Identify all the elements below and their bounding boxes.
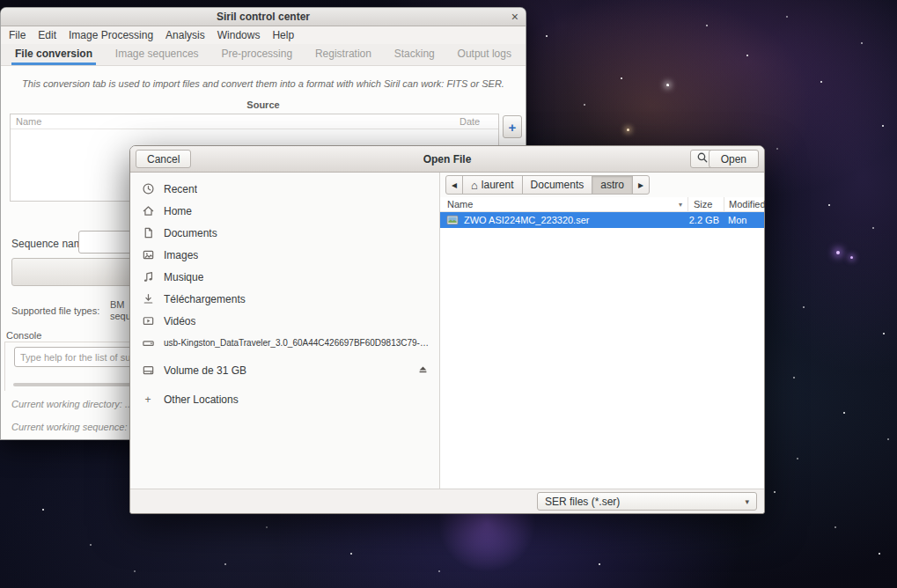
console-label: Console bbox=[6, 330, 41, 341]
image-file-icon bbox=[446, 214, 459, 226]
sidebar-label: Home bbox=[164, 205, 192, 217]
sidebar-label: Téléchargements bbox=[164, 293, 246, 305]
path-forward-button[interactable]: ▸ bbox=[632, 175, 650, 195]
sidebar-label: Vidéos bbox=[164, 315, 195, 327]
eject-button[interactable] bbox=[415, 363, 430, 378]
menubar: File Edit Image Processing Analysis Wind… bbox=[1, 26, 526, 44]
menu-image-processing[interactable]: Image Processing bbox=[62, 26, 159, 44]
column-name-label: Name bbox=[447, 199, 473, 209]
column-name[interactable]: Name ▾ bbox=[440, 197, 687, 211]
column-modified[interactable]: Modified bbox=[724, 197, 764, 211]
file-row-selected[interactable]: ZWO ASI224MC_223320.ser 2.2 GB Mon bbox=[440, 212, 764, 228]
file-filter-combobox[interactable]: SER files (*.ser) ▾ bbox=[537, 492, 757, 511]
menu-help[interactable]: Help bbox=[266, 26, 300, 44]
music-note-icon bbox=[141, 270, 155, 283]
bright-star bbox=[627, 129, 629, 131]
sidebar-item-home[interactable]: Home bbox=[130, 200, 439, 222]
sidebar-item-downloads[interactable]: Téléchargements bbox=[130, 288, 439, 310]
file-name: ZWO ASI224MC_223320.ser bbox=[464, 215, 589, 225]
sidebar-item-documents[interactable]: Documents bbox=[130, 222, 439, 244]
bright-star bbox=[836, 251, 840, 254]
column-date[interactable]: Date bbox=[460, 114, 498, 129]
tab-image-sequences[interactable]: Image sequences bbox=[112, 44, 202, 65]
disk-icon bbox=[141, 364, 155, 377]
path-astro-button[interactable]: astro bbox=[592, 175, 633, 195]
filter-value: SER files (*.ser) bbox=[545, 496, 620, 508]
working-sequence-status: Current working sequence: - no bbox=[11, 422, 146, 432]
tab-bar: File conversion Image sequences Pre-proc… bbox=[1, 44, 526, 66]
menu-analysis[interactable]: Analysis bbox=[159, 26, 211, 44]
sidebar-label: Volume de 31 GB bbox=[164, 364, 246, 377]
dialog-body: Recent Home Documents Images Musique bbox=[130, 173, 764, 489]
desktop: Siril control center × File Edit Image P… bbox=[0, 0, 897, 588]
sidebar-item-other-locations[interactable]: + Other Locations bbox=[130, 388, 439, 410]
path-home-label: laurent bbox=[482, 179, 514, 191]
home-icon bbox=[141, 204, 155, 217]
image-icon bbox=[141, 248, 155, 261]
add-files-button[interactable]: + bbox=[503, 115, 522, 138]
path-documents-button[interactable]: Documents bbox=[522, 175, 593, 195]
usb-drive-icon bbox=[141, 336, 155, 349]
file-list-header: Name Date bbox=[11, 114, 498, 129]
open-file-dialog: Open File Cancel Open Recent Home bbox=[129, 145, 765, 514]
tab-file-conversion[interactable]: File conversion bbox=[11, 44, 96, 65]
menu-file[interactable]: File bbox=[3, 26, 32, 44]
window-title: Siril control center bbox=[217, 11, 310, 23]
file-modified: Mon bbox=[724, 215, 764, 225]
path-home-button[interactable]: ⌂ laurent bbox=[462, 175, 523, 195]
file-list-header: Name ▾ Size Modified bbox=[440, 197, 764, 212]
column-size-label: Size bbox=[694, 199, 712, 209]
dialog-headerbar[interactable]: Open File Cancel Open bbox=[130, 146, 764, 173]
filter-bar: SER files (*.ser) ▾ bbox=[130, 489, 764, 513]
places-sidebar: Recent Home Documents Images Musique bbox=[130, 173, 440, 489]
column-modified-label: Modified bbox=[729, 199, 766, 209]
document-icon bbox=[141, 226, 155, 239]
working-directory-status: Current working directory: ...nt/ bbox=[11, 399, 143, 409]
sidebar-label: Recent bbox=[164, 183, 197, 195]
tab-output-logs[interactable]: Output logs bbox=[454, 44, 515, 65]
menu-edit[interactable]: Edit bbox=[32, 26, 62, 44]
sidebar-item-images[interactable]: Images bbox=[130, 244, 439, 266]
sidebar-item-music[interactable]: Musique bbox=[130, 266, 439, 288]
path-bar: ◂ ⌂ laurent Documents astro ▸ bbox=[440, 173, 764, 197]
close-icon[interactable]: × bbox=[511, 9, 518, 26]
video-icon bbox=[141, 314, 155, 327]
sort-arrow-icon: ▾ bbox=[679, 201, 682, 209]
open-button[interactable]: Open bbox=[709, 150, 759, 168]
chevron-right-icon: ▸ bbox=[638, 179, 643, 191]
clock-icon bbox=[141, 182, 155, 195]
sidebar-label: Other Locations bbox=[164, 393, 239, 406]
sidebar-item-recent[interactable]: Recent bbox=[130, 178, 439, 200]
cancel-button[interactable]: Cancel bbox=[136, 150, 191, 168]
supported-types-label: Supported file types: bbox=[11, 305, 99, 316]
tab-registration[interactable]: Registration bbox=[312, 44, 375, 65]
tab-stacking[interactable]: Stacking bbox=[391, 44, 438, 65]
sidebar-item-usb-drive[interactable]: usb-Kingston_DataTraveler_3.0_60A44C4266… bbox=[130, 332, 439, 354]
home-icon: ⌂ bbox=[471, 180, 478, 191]
sidebar-label: Musique bbox=[164, 271, 203, 283]
column-size[interactable]: Size bbox=[687, 197, 724, 211]
plus-icon: + bbox=[509, 120, 517, 135]
sidebar-label: usb-Kingston_DataTraveler_3.0_60A44C4266… bbox=[164, 338, 429, 348]
column-name[interactable]: Name bbox=[11, 114, 460, 129]
sidebar-label: Documents bbox=[164, 227, 217, 239]
sidebar-label: Images bbox=[164, 249, 198, 261]
sidebar-item-volume[interactable]: Volume de 31 GB bbox=[130, 359, 439, 381]
sidebar-item-videos[interactable]: Vidéos bbox=[130, 310, 439, 332]
menu-windows[interactable]: Windows bbox=[211, 26, 267, 44]
stars bbox=[0, 0, 2, 2]
file-name-cell: ZWO ASI224MC_223320.ser bbox=[440, 214, 687, 226]
file-size: 2.2 GB bbox=[687, 215, 724, 225]
bright-star bbox=[666, 84, 669, 86]
siril-titlebar[interactable]: Siril control center × bbox=[1, 8, 526, 26]
chevron-left-icon: ◂ bbox=[452, 179, 457, 191]
file-browser-pane: ◂ ⌂ laurent Documents astro ▸ Name ▾ bbox=[440, 173, 764, 489]
path-back-button[interactable]: ◂ bbox=[445, 175, 463, 195]
dialog-title: Open File bbox=[130, 153, 764, 165]
eject-icon bbox=[417, 364, 429, 378]
plus-icon: + bbox=[141, 393, 155, 406]
tab-description: This conversion tab is used to import fi… bbox=[1, 78, 526, 89]
download-icon bbox=[141, 292, 155, 305]
tab-pre-processing[interactable]: Pre-processing bbox=[217, 44, 296, 65]
search-icon bbox=[696, 151, 709, 166]
